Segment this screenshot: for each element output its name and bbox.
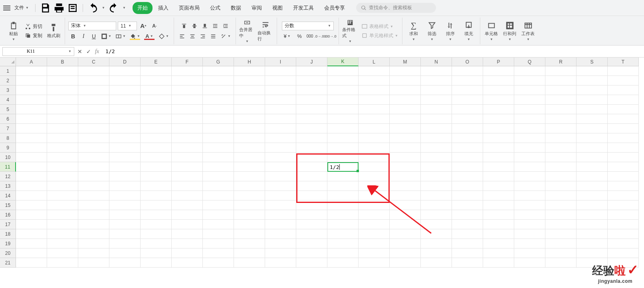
cell[interactable] bbox=[172, 210, 203, 220]
cell[interactable] bbox=[545, 191, 577, 201]
confirm-edit-button[interactable]: ✓ bbox=[86, 48, 91, 55]
undo-button[interactable] bbox=[87, 2, 99, 14]
column-header[interactable]: M bbox=[390, 58, 421, 66]
cell[interactable] bbox=[483, 95, 514, 105]
cell[interactable] bbox=[327, 114, 359, 124]
cell[interactable] bbox=[359, 76, 390, 85]
cell[interactable] bbox=[359, 220, 390, 229]
cell[interactable] bbox=[359, 124, 390, 133]
cell[interactable] bbox=[327, 220, 359, 229]
select-all-corner[interactable] bbox=[0, 58, 16, 66]
filter-button[interactable]: 筛选▼ bbox=[424, 19, 440, 43]
cell[interactable] bbox=[545, 95, 577, 105]
cell[interactable] bbox=[78, 124, 109, 133]
cell[interactable] bbox=[47, 210, 78, 220]
cell[interactable] bbox=[545, 153, 577, 162]
cell[interactable] bbox=[78, 172, 109, 181]
cell[interactable] bbox=[327, 105, 359, 114]
cell[interactable] bbox=[172, 153, 203, 162]
cell[interactable] bbox=[234, 172, 265, 181]
cell[interactable] bbox=[483, 220, 514, 229]
cell[interactable] bbox=[234, 85, 265, 95]
justify-button[interactable] bbox=[208, 32, 218, 41]
number-format-select[interactable]: 分数▼ bbox=[282, 22, 334, 30]
cell[interactable] bbox=[545, 248, 577, 258]
cell[interactable] bbox=[577, 239, 608, 248]
cell[interactable] bbox=[577, 201, 608, 210]
column-header[interactable]: O bbox=[452, 58, 483, 66]
cell[interactable] bbox=[78, 181, 109, 191]
cell[interactable] bbox=[296, 258, 327, 268]
cell[interactable] bbox=[141, 66, 172, 76]
cell[interactable] bbox=[359, 114, 390, 124]
cell[interactable] bbox=[359, 66, 390, 76]
cell[interactable] bbox=[514, 133, 545, 143]
cell[interactable] bbox=[359, 181, 390, 191]
cell-style-button[interactable]: 单元格样式▼ bbox=[361, 32, 399, 40]
fill-button[interactable]: 填充▼ bbox=[461, 19, 477, 43]
cell[interactable] bbox=[141, 181, 172, 191]
table-style-button[interactable]: 表格样式▼ bbox=[361, 22, 399, 31]
row-header[interactable]: 15 bbox=[0, 201, 16, 210]
cell[interactable] bbox=[608, 114, 639, 124]
cell[interactable] bbox=[545, 162, 577, 172]
cell[interactable] bbox=[109, 229, 141, 239]
cell[interactable] bbox=[16, 153, 47, 162]
cell[interactable] bbox=[390, 114, 421, 124]
cell[interactable] bbox=[203, 181, 234, 191]
cell[interactable] bbox=[109, 220, 141, 229]
cell[interactable] bbox=[16, 201, 47, 210]
cell[interactable] bbox=[78, 248, 109, 258]
cell[interactable] bbox=[265, 191, 296, 201]
cell[interactable] bbox=[608, 85, 639, 95]
cell[interactable] bbox=[608, 201, 639, 210]
cell[interactable] bbox=[47, 85, 78, 95]
cell[interactable] bbox=[327, 248, 359, 258]
cell[interactable] bbox=[172, 85, 203, 95]
cell[interactable] bbox=[608, 239, 639, 248]
cell[interactable] bbox=[16, 76, 47, 85]
cell[interactable] bbox=[452, 181, 483, 191]
fill-color-button[interactable]: ▼ bbox=[128, 32, 142, 41]
tab-view[interactable]: 视图 bbox=[268, 2, 287, 14]
cell[interactable] bbox=[265, 220, 296, 229]
cell[interactable] bbox=[327, 85, 359, 95]
cell[interactable] bbox=[265, 153, 296, 162]
increase-indent-button[interactable] bbox=[221, 22, 230, 30]
cell[interactable] bbox=[16, 66, 47, 76]
cell[interactable] bbox=[109, 181, 141, 191]
paste-button[interactable]: 粘贴▼ bbox=[6, 19, 22, 43]
cell[interactable] bbox=[78, 76, 109, 85]
cell[interactable] bbox=[203, 162, 234, 172]
cell[interactable] bbox=[16, 172, 47, 181]
cell[interactable] bbox=[452, 114, 483, 124]
cell[interactable] bbox=[265, 229, 296, 239]
cell[interactable] bbox=[265, 95, 296, 105]
cell[interactable] bbox=[421, 95, 452, 105]
cell[interactable] bbox=[234, 210, 265, 220]
cell[interactable] bbox=[141, 248, 172, 258]
cell[interactable] bbox=[514, 229, 545, 239]
cell[interactable] bbox=[78, 95, 109, 105]
cell[interactable] bbox=[141, 114, 172, 124]
cell[interactable] bbox=[109, 258, 141, 268]
cell[interactable] bbox=[16, 105, 47, 114]
cell[interactable] bbox=[296, 105, 327, 114]
cell[interactable] bbox=[16, 124, 47, 133]
cell[interactable] bbox=[545, 143, 577, 153]
cell[interactable] bbox=[47, 66, 78, 76]
column-header[interactable]: G bbox=[203, 58, 234, 66]
cell[interactable] bbox=[296, 162, 327, 172]
cell[interactable] bbox=[483, 172, 514, 181]
cell[interactable] bbox=[47, 201, 78, 210]
cell[interactable] bbox=[203, 229, 234, 239]
cell[interactable] bbox=[47, 153, 78, 162]
cell[interactable] bbox=[47, 76, 78, 85]
tab-formula[interactable]: 公式 bbox=[205, 2, 225, 14]
cancel-edit-button[interactable]: ✕ bbox=[77, 48, 82, 55]
cell[interactable] bbox=[483, 191, 514, 201]
cell[interactable] bbox=[16, 133, 47, 143]
cell[interactable] bbox=[390, 248, 421, 258]
cell[interactable] bbox=[390, 133, 421, 143]
cell[interactable] bbox=[78, 229, 109, 239]
